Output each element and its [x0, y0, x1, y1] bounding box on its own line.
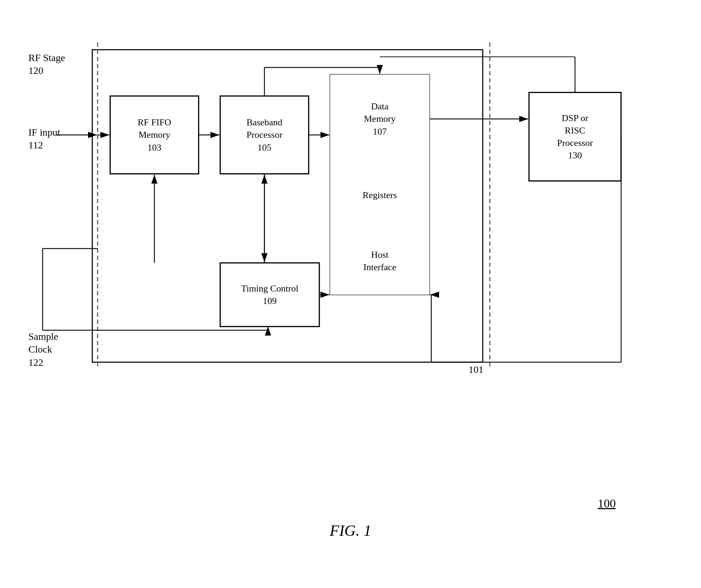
diagram-container: 101 RF Stage120 IF input112 SampleClock1… — [21, 21, 680, 554]
baseband-processor-box: BasebandProcessor105 — [220, 96, 309, 174]
fig-caption: FIG. 1 — [330, 522, 371, 540]
sample-clock-label: SampleClock122 — [28, 330, 58, 369]
rf-stage-label: RF Stage120 — [28, 51, 65, 77]
if-input-label: IF input112 — [28, 126, 60, 152]
data-memory-box: DataMemory107 — [330, 75, 429, 163]
registers-box: Registers — [330, 163, 429, 227]
rf-fifo-box: RF FIFOMemory103 — [110, 96, 199, 174]
timing-control-box: Timing Control109 — [220, 263, 319, 327]
dsp-risc-box: DSP orRISCProcessor130 — [529, 92, 621, 181]
host-interface-box: HostInterface — [330, 227, 429, 295]
figure-number-label: 100 — [598, 496, 616, 511]
svg-text:101: 101 — [469, 364, 483, 375]
